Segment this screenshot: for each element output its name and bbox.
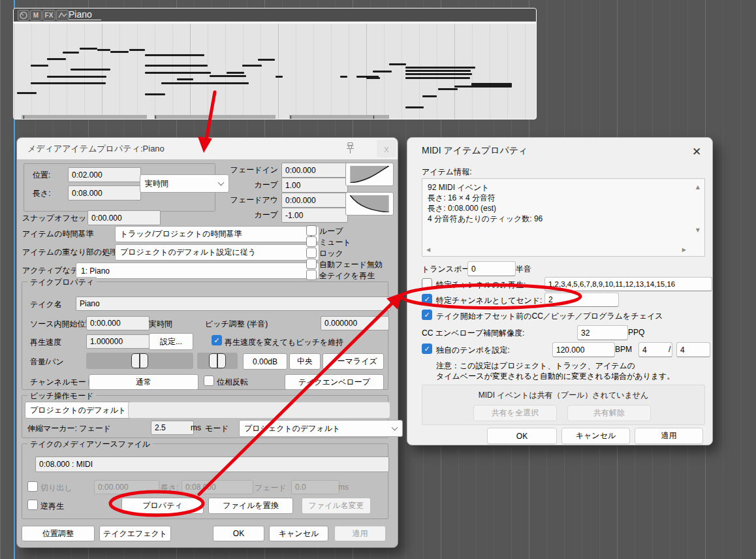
length-field[interactable]: 0:08.000 xyxy=(68,185,141,200)
chase-checkbox[interactable]: ✓ xyxy=(422,310,432,320)
midi-note[interactable] xyxy=(145,54,204,56)
midi-ok-button[interactable]: OK xyxy=(487,428,557,444)
midi-note[interactable] xyxy=(405,73,472,75)
scroll-up-icon[interactable]: ▲ xyxy=(696,184,700,190)
pan-slider[interactable] xyxy=(197,353,238,369)
reverse-checkbox[interactable] xyxy=(27,500,38,510)
midi-media-item[interactable]: M FX Piano xyxy=(13,8,537,120)
item-envelope-icon[interactable] xyxy=(56,10,69,21)
midi-note[interactable] xyxy=(276,76,283,78)
midi-note[interactable] xyxy=(258,59,275,61)
loop-checkbox[interactable] xyxy=(306,225,317,236)
send-channel-checkbox[interactable]: ✓ xyxy=(422,294,432,304)
tempo-field[interactable]: 120.000 xyxy=(552,342,615,357)
midi-note[interactable] xyxy=(366,77,380,79)
playrate-set-button[interactable]: 設定... xyxy=(149,333,193,350)
normalize-button[interactable]: ノーマライズ xyxy=(323,353,384,370)
cc-event-block[interactable] xyxy=(154,115,276,120)
midi-cancel-button[interactable]: キャンセル xyxy=(561,428,630,444)
stretch-fade-field[interactable]: 2.5 xyxy=(151,421,194,435)
item-volume-knob-icon[interactable] xyxy=(18,10,29,21)
media-dialog-titlebar[interactable]: メディアアイテムプロパティ:Piano x xyxy=(17,138,398,159)
fadeout-field[interactable]: 0:00.000 xyxy=(281,193,348,208)
midi-note[interactable] xyxy=(80,48,97,50)
overlap-dropdown[interactable]: プロジェクトのデフォルト設定に従う xyxy=(115,244,319,261)
preserve-pitch-checkbox[interactable]: ✓ xyxy=(212,335,222,345)
scroll-left-icon[interactable]: ◀ xyxy=(426,247,430,253)
take-name-field[interactable]: Piano xyxy=(76,296,390,311)
midi-note-area[interactable] xyxy=(14,24,536,119)
item-mute-button[interactable]: M xyxy=(30,10,42,21)
fadein-field[interactable]: 0:00.000 xyxy=(281,163,348,178)
timesig-denominator-field[interactable]: 4 xyxy=(676,342,710,357)
midi-note[interactable] xyxy=(97,49,110,51)
play-all-takes-checkbox[interactable] xyxy=(306,270,317,280)
trim-checkbox[interactable] xyxy=(27,481,38,492)
item-info-box[interactable]: 92 MIDI イベント 長さ: 16 × 4 分音符 長さ: 0:08.000… xyxy=(422,178,705,257)
volume-slider-handle[interactable] xyxy=(131,353,148,368)
midi-note[interactable] xyxy=(242,65,262,67)
midi-note[interactable] xyxy=(471,83,512,86)
midi-note[interactable] xyxy=(145,93,165,95)
midi-note[interactable] xyxy=(47,58,66,60)
item-fx-button[interactable]: FX xyxy=(42,10,55,21)
midi-dialog-close-button[interactable]: ✕ xyxy=(688,143,705,160)
midi-note[interactable] xyxy=(389,63,406,65)
pan-center-button[interactable]: 中央 xyxy=(289,353,321,370)
midi-note[interactable] xyxy=(227,72,244,74)
midi-note[interactable] xyxy=(177,78,193,80)
midi-note[interactable] xyxy=(438,88,458,90)
active-take-dropdown[interactable]: 1: Piano xyxy=(76,263,319,279)
nudge-button[interactable]: 位置調整 xyxy=(22,526,95,541)
media-dialog-close-button[interactable]: x xyxy=(377,140,396,157)
midi-note[interactable] xyxy=(145,72,211,74)
send-channel-field[interactable]: 2 xyxy=(544,293,619,307)
midi-note[interactable] xyxy=(405,77,470,79)
source-properties-button[interactable]: プロパティ xyxy=(121,498,204,514)
pan-slider-handle[interactable] xyxy=(209,353,226,368)
timesig-numerator-field[interactable]: 4 xyxy=(638,342,672,357)
midi-note[interactable] xyxy=(373,71,392,72)
midi-note[interactable] xyxy=(31,82,106,84)
midi-note[interactable] xyxy=(210,75,246,77)
play-channels-field[interactable]: 1,2,3,4,5,6,7,8,9,10,11,12,13,14,15,16 xyxy=(544,277,712,291)
midi-note[interactable] xyxy=(161,82,249,84)
stretch-mode-dropdown[interactable]: プロジェクトのデフォルト xyxy=(239,420,403,437)
pin-icon[interactable] xyxy=(345,142,356,157)
play-channels-checkbox[interactable] xyxy=(422,278,432,289)
no-autofade-checkbox[interactable] xyxy=(306,259,317,269)
channel-mode-button[interactable]: 通常 xyxy=(89,374,198,390)
cc-event-block[interactable] xyxy=(289,115,389,120)
midi-note[interactable] xyxy=(63,52,79,54)
take-fx-button[interactable]: テイクエフェクト xyxy=(99,526,171,541)
replace-file-button[interactable]: ファイルを置換 xyxy=(208,498,293,514)
custom-tempo-checkbox[interactable]: ✓ xyxy=(422,343,432,354)
midi-note[interactable] xyxy=(405,106,424,108)
mute-checkbox[interactable] xyxy=(306,236,317,247)
cc-event-block[interactable] xyxy=(22,115,147,120)
take-envelope-button[interactable]: テイクエンベロープ xyxy=(285,374,384,390)
lock-checkbox[interactable] xyxy=(306,248,317,258)
time-unit-dropdown[interactable]: 実時間 xyxy=(140,174,229,193)
transpose-field[interactable]: 0 xyxy=(467,261,516,276)
fadein-curve-field[interactable]: 1.00 xyxy=(281,178,348,193)
source-start-field[interactable]: 0:00.000 xyxy=(86,316,150,330)
midi-note[interactable] xyxy=(47,76,106,78)
midi-note[interactable] xyxy=(405,70,471,72)
pitch-adjust-field[interactable]: 0.000000 xyxy=(321,316,389,330)
ok-button[interactable]: OK xyxy=(213,526,264,541)
snap-offset-field[interactable]: 0:00.000 xyxy=(87,210,161,225)
volume-slider[interactable] xyxy=(86,353,193,369)
pitch-submode-field[interactable] xyxy=(128,402,390,419)
cancel-button[interactable]: キャンセル xyxy=(269,526,328,541)
cc-resolution-field[interactable]: 32 xyxy=(577,325,628,340)
midi-note[interactable] xyxy=(31,65,48,67)
volume-db-button[interactable]: 0.00dB xyxy=(243,353,287,370)
fadeout-curve-button[interactable] xyxy=(345,192,394,216)
position-field[interactable]: 0:02.000 xyxy=(68,167,141,182)
scroll-down-icon[interactable]: ▼ xyxy=(696,227,700,233)
midi-note[interactable] xyxy=(129,49,145,51)
media-item-header[interactable]: M FX Piano xyxy=(14,8,536,22)
fadeout-curve-field[interactable]: -1.00 xyxy=(281,208,348,223)
phase-invert-checkbox[interactable] xyxy=(204,375,214,386)
